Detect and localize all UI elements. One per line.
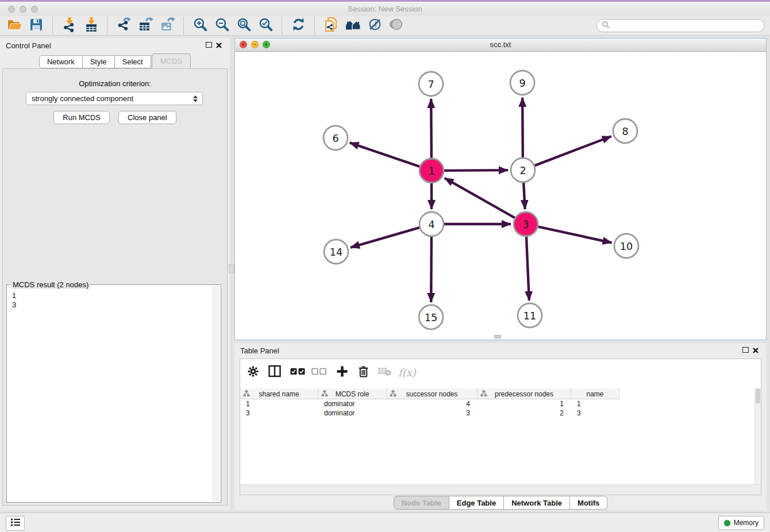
function-builder-button[interactable]: f(x) — [398, 364, 416, 381]
zoom-out-button[interactable] — [213, 17, 231, 34]
graph-edge-2-8[interactable] — [535, 136, 611, 165]
column-layout-button[interactable] — [268, 364, 281, 381]
table-cell[interactable]: dominator — [318, 408, 387, 418]
table-cell[interactable]: 4 — [387, 399, 478, 408]
add-column-button[interactable] — [336, 364, 348, 381]
graph-node-9[interactable]: 9 — [510, 71, 534, 95]
graph-edge-4-15[interactable] — [431, 237, 432, 302]
table-cell[interactable]: 3 — [387, 408, 478, 418]
graph-node-14[interactable]: 14 — [324, 240, 348, 264]
close-panel-icon[interactable] — [215, 41, 223, 48]
zoom-fit-button[interactable] — [234, 17, 253, 34]
table-scrollbar-thumb[interactable] — [756, 388, 760, 403]
float-panel-icon[interactable] — [206, 42, 212, 48]
network-graph[interactable]: 1234678910111415 — [235, 51, 766, 340]
graph-edge-1-6[interactable] — [350, 142, 420, 166]
mcds-result-scrollbar[interactable] — [213, 286, 220, 501]
graph-edge-2-3[interactable] — [523, 183, 525, 209]
graph-node-11[interactable]: 11 — [518, 303, 542, 327]
tab-select[interactable]: Select — [115, 55, 151, 68]
graph-edge-3-1[interactable] — [445, 178, 515, 218]
table-cell[interactable]: 1 — [240, 399, 318, 408]
table-panel-header: Table Panel — [234, 343, 767, 359]
search-input[interactable] — [610, 20, 764, 32]
graph-node-10[interactable]: 10 — [614, 234, 638, 258]
table-cell[interactable]: 3 — [571, 408, 619, 418]
export-table-button[interactable] — [136, 17, 155, 34]
graph-node-7[interactable]: 7 — [419, 72, 443, 96]
column-header-shared-name[interactable]: shared name — [240, 388, 318, 399]
tab-style[interactable]: Style — [83, 55, 115, 68]
table-cell[interactable]: 1 — [478, 399, 571, 408]
network-window-titlebar[interactable]: × − + scc.txt — [235, 38, 766, 52]
network-close-button[interactable]: × — [240, 41, 247, 48]
table-tab-edge-table[interactable]: Edge Table — [449, 496, 504, 510]
table-cell[interactable]: dominator — [318, 399, 387, 408]
table-tab-motifs[interactable]: Motifs — [570, 496, 607, 510]
run-mcds-button[interactable]: Run MCDS — [53, 111, 110, 124]
graph-edge-1-2[interactable] — [444, 170, 508, 171]
zoom-selected-button[interactable] — [256, 17, 275, 34]
home-button[interactable] — [344, 17, 362, 34]
refresh-button[interactable] — [289, 17, 307, 34]
import-network-button[interactable] — [60, 17, 78, 34]
criterion-select[interactable]: strongly connected component — [26, 92, 203, 105]
export-image-button[interactable] — [158, 17, 176, 34]
graph-edge-3-10[interactable] — [538, 227, 611, 243]
table-tab-node-table[interactable]: Node Table — [394, 496, 449, 510]
graph-node-15[interactable]: 15 — [419, 305, 443, 329]
mcds-result-list[interactable]: 13 — [8, 290, 213, 501]
graph-node-2[interactable]: 2 — [511, 158, 535, 182]
table-row[interactable]: 3dominator323 — [240, 408, 755, 418]
svg-text:1: 1 — [428, 165, 434, 177]
graph-edge-2-9[interactable] — [522, 98, 523, 157]
open-session-button[interactable] — [5, 17, 24, 34]
graph-node-6[interactable]: 6 — [324, 126, 348, 150]
memory-button[interactable]: Memory — [718, 516, 764, 530]
save-session-button[interactable] — [27, 17, 45, 34]
column-header-mcds-role[interactable]: MCDS role — [318, 388, 387, 399]
clone-network-button[interactable] — [322, 17, 340, 34]
column-header-name[interactable]: name — [571, 388, 619, 399]
node-table[interactable]: shared nameMCDS rolesuccessor nodesprede… — [240, 388, 755, 485]
tab-network[interactable]: Network — [39, 55, 83, 68]
close-table-panel-icon[interactable] — [752, 346, 760, 353]
column-header-predecessor-nodes[interactable]: predecessor nodes — [478, 388, 571, 399]
table-row[interactable]: 1dominator411 — [240, 399, 755, 408]
graph-node-8[interactable]: 8 — [613, 119, 637, 143]
network-minimize-button[interactable]: − — [251, 41, 259, 48]
deselect-all-button[interactable] — [311, 364, 326, 381]
task-history-button[interactable] — [6, 516, 25, 531]
split-divider-grip[interactable] — [494, 335, 501, 338]
select-all-button[interactable] — [290, 364, 305, 381]
column-header-successor-nodes[interactable]: successor nodes — [387, 388, 478, 399]
tab-mcds[interactable]: MCDS — [152, 53, 191, 68]
export-network-button[interactable] — [114, 17, 133, 34]
graph-node-3[interactable]: 3 — [514, 212, 538, 236]
hide-selected-button[interactable] — [365, 17, 384, 34]
graph-node-1[interactable]: 1 — [419, 159, 444, 183]
show-all-button[interactable] — [387, 17, 406, 34]
delete-column-button[interactable] — [358, 364, 369, 381]
float-table-panel-icon[interactable] — [742, 347, 749, 353]
trash-icon — [358, 365, 369, 380]
table-tab-network-table[interactable]: Network Table — [504, 496, 570, 510]
table-scrollbar[interactable] — [754, 388, 761, 485]
table-cell[interactable]: 2 — [478, 408, 571, 418]
delete-table-button[interactable] — [378, 364, 391, 381]
graph-node-4[interactable]: 4 — [419, 212, 444, 236]
graph-edge-4-14[interactable] — [351, 228, 419, 248]
table-settings-button[interactable] — [247, 364, 259, 381]
network-canvas[interactable]: 1234678910111415 — [235, 51, 766, 340]
zoom-in-button[interactable] — [191, 17, 209, 34]
vertical-divider-grip[interactable] — [229, 264, 234, 273]
table-cell[interactable]: 3 — [240, 408, 318, 418]
network-maximize-button[interactable]: + — [263, 41, 270, 48]
search-field[interactable] — [596, 19, 764, 32]
import-table-button[interactable] — [82, 17, 100, 34]
graph-edge-1-7[interactable] — [431, 99, 432, 158]
table-cell[interactable]: 1 — [571, 399, 619, 408]
criterion-value: strongly connected component — [32, 94, 133, 103]
graph-edge-3-11[interactable] — [526, 237, 529, 300]
close-panel-button[interactable]: Close panel — [118, 111, 176, 124]
